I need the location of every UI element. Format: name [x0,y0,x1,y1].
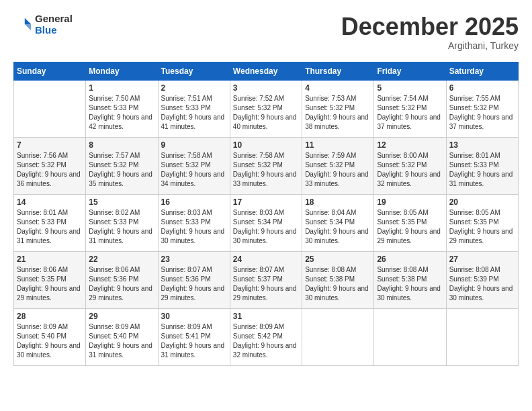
title-block: December 2025 Argithani, Turkey [341,13,519,51]
day-number: 7 [17,140,83,150]
calendar-cell [302,308,374,365]
logo: General Blue [13,13,73,36]
logo-general-text: General [35,13,73,25]
calendar-cell: 26Sunrise: 8:08 AMSunset: 5:38 PMDayligh… [374,251,446,308]
logo-icon [13,15,32,34]
page-header: General Blue December 2025 Argithani, Tu… [13,13,519,51]
day-info: Sunrise: 7:55 AMSunset: 5:32 PMDaylight:… [449,94,515,132]
svg-marker-0 [25,17,31,24]
calendar-week-row: 1Sunrise: 7:50 AMSunset: 5:33 PMDaylight… [14,80,519,137]
day-of-week-header: Wednesday [230,62,302,80]
day-of-week-header: Tuesday [158,62,230,80]
month-title: December 2025 [341,13,519,40]
day-info: Sunrise: 7:54 AMSunset: 5:32 PMDaylight:… [377,94,443,132]
day-of-week-header: Friday [374,62,446,80]
day-number: 28 [17,312,83,321]
calendar-cell: 2Sunrise: 7:51 AMSunset: 5:33 PMDaylight… [158,80,230,137]
svg-marker-1 [25,24,31,30]
day-number: 5 [377,83,443,93]
day-number: 20 [449,197,515,207]
calendar-cell [374,308,446,365]
calendar-cell: 13Sunrise: 8:01 AMSunset: 5:33 PMDayligh… [446,137,518,194]
day-number: 21 [17,255,83,264]
day-number: 15 [89,197,154,207]
day-number: 24 [233,255,299,264]
day-info: Sunrise: 8:08 AMSunset: 5:38 PMDaylight:… [377,265,443,303]
day-info: Sunrise: 8:00 AMSunset: 5:32 PMDaylight:… [377,151,443,189]
calendar-cell [14,80,86,137]
day-info: Sunrise: 8:01 AMSunset: 5:33 PMDaylight:… [449,151,515,189]
calendar-cell [446,308,518,365]
location-subtitle: Argithani, Turkey [341,40,519,51]
calendar-week-row: 28Sunrise: 8:09 AMSunset: 5:40 PMDayligh… [14,308,519,365]
days-of-week-row: SundayMondayTuesdayWednesdayThursdayFrid… [14,62,519,80]
logo-blue-text: Blue [35,25,73,36]
logo-text: General Blue [35,13,73,36]
day-info: Sunrise: 8:09 AMSunset: 5:41 PMDaylight:… [161,322,227,360]
calendar-cell: 12Sunrise: 8:00 AMSunset: 5:32 PMDayligh… [374,137,446,194]
day-number: 13 [449,140,515,150]
day-info: Sunrise: 7:59 AMSunset: 5:32 PMDaylight:… [305,151,371,189]
calendar-body: 1Sunrise: 7:50 AMSunset: 5:33 PMDaylight… [14,80,519,365]
day-number: 30 [161,312,227,321]
calendar-cell: 27Sunrise: 8:08 AMSunset: 5:39 PMDayligh… [446,251,518,308]
day-number: 9 [161,140,227,150]
day-of-week-header: Thursday [302,62,374,80]
day-of-week-header: Monday [86,62,158,80]
calendar-cell: 24Sunrise: 8:07 AMSunset: 5:37 PMDayligh… [230,251,302,308]
day-info: Sunrise: 7:56 AMSunset: 5:32 PMDaylight:… [17,151,83,189]
day-number: 1 [89,83,154,93]
day-info: Sunrise: 8:01 AMSunset: 5:33 PMDaylight:… [17,208,83,246]
day-info: Sunrise: 7:51 AMSunset: 5:33 PMDaylight:… [161,94,227,132]
day-info: Sunrise: 8:07 AMSunset: 5:36 PMDaylight:… [161,265,227,303]
day-info: Sunrise: 8:09 AMSunset: 5:40 PMDaylight:… [89,322,154,360]
day-number: 26 [377,255,443,264]
calendar-cell: 14Sunrise: 8:01 AMSunset: 5:33 PMDayligh… [14,194,86,251]
day-number: 22 [89,255,154,264]
day-number: 4 [305,83,371,93]
calendar-cell: 11Sunrise: 7:59 AMSunset: 5:32 PMDayligh… [302,137,374,194]
calendar-week-row: 21Sunrise: 8:06 AMSunset: 5:35 PMDayligh… [14,251,519,308]
day-info: Sunrise: 8:06 AMSunset: 5:36 PMDaylight:… [89,265,154,303]
calendar-cell: 3Sunrise: 7:52 AMSunset: 5:32 PMDaylight… [230,80,302,137]
day-info: Sunrise: 8:08 AMSunset: 5:38 PMDaylight:… [305,265,371,303]
calendar-cell: 16Sunrise: 8:03 AMSunset: 5:33 PMDayligh… [158,194,230,251]
calendar-cell: 23Sunrise: 8:07 AMSunset: 5:36 PMDayligh… [158,251,230,308]
day-info: Sunrise: 8:07 AMSunset: 5:37 PMDaylight:… [233,265,299,303]
day-number: 17 [233,197,299,207]
day-info: Sunrise: 7:53 AMSunset: 5:32 PMDaylight:… [305,94,371,132]
day-info: Sunrise: 8:02 AMSunset: 5:33 PMDaylight:… [89,208,154,246]
calendar-cell: 29Sunrise: 8:09 AMSunset: 5:40 PMDayligh… [86,308,158,365]
day-info: Sunrise: 7:57 AMSunset: 5:32 PMDaylight:… [89,151,154,189]
day-number: 2 [161,83,227,93]
calendar-cell: 9Sunrise: 7:58 AMSunset: 5:32 PMDaylight… [158,137,230,194]
day-number: 27 [449,255,515,264]
calendar-cell: 17Sunrise: 8:03 AMSunset: 5:34 PMDayligh… [230,194,302,251]
day-info: Sunrise: 8:05 AMSunset: 5:35 PMDaylight:… [377,208,443,246]
calendar-cell: 22Sunrise: 8:06 AMSunset: 5:36 PMDayligh… [86,251,158,308]
calendar-week-row: 14Sunrise: 8:01 AMSunset: 5:33 PMDayligh… [14,194,519,251]
calendar-cell: 6Sunrise: 7:55 AMSunset: 5:32 PMDaylight… [446,80,518,137]
day-info: Sunrise: 8:08 AMSunset: 5:39 PMDaylight:… [449,265,515,303]
calendar-cell: 1Sunrise: 7:50 AMSunset: 5:33 PMDaylight… [86,80,158,137]
day-number: 12 [377,140,443,150]
day-number: 3 [233,83,299,93]
day-info: Sunrise: 8:03 AMSunset: 5:33 PMDaylight:… [161,208,227,246]
calendar-cell: 5Sunrise: 7:54 AMSunset: 5:32 PMDaylight… [374,80,446,137]
day-info: Sunrise: 8:04 AMSunset: 5:34 PMDaylight:… [305,208,371,246]
day-number: 19 [377,197,443,207]
calendar-cell: 28Sunrise: 8:09 AMSunset: 5:40 PMDayligh… [14,308,86,365]
day-number: 10 [233,140,299,150]
calendar-cell: 20Sunrise: 8:05 AMSunset: 5:35 PMDayligh… [446,194,518,251]
calendar-week-row: 7Sunrise: 7:56 AMSunset: 5:32 PMDaylight… [14,137,519,194]
day-number: 25 [305,255,371,264]
calendar-cell: 7Sunrise: 7:56 AMSunset: 5:32 PMDaylight… [14,137,86,194]
day-number: 18 [305,197,371,207]
day-number: 6 [449,83,515,93]
calendar-cell: 15Sunrise: 8:02 AMSunset: 5:33 PMDayligh… [86,194,158,251]
day-number: 31 [233,312,299,321]
calendar-cell: 4Sunrise: 7:53 AMSunset: 5:32 PMDaylight… [302,80,374,137]
day-number: 8 [89,140,154,150]
day-of-week-header: Saturday [446,62,518,80]
calendar-table: SundayMondayTuesdayWednesdayThursdayFrid… [13,62,519,366]
